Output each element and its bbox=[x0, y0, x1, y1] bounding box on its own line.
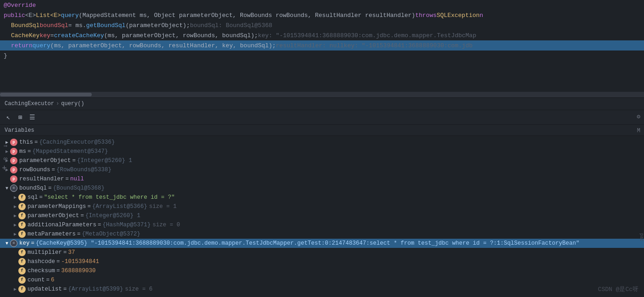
hint-boundsql: boundSql: BoundSql@5368 bbox=[190, 22, 272, 29]
icon-multiplier: f bbox=[18, 249, 26, 256]
exception: SQLException bbox=[437, 12, 480, 19]
var-paramMappings[interactable]: ▶ f parameterMappings = {ArrayList@5366}… bbox=[0, 202, 644, 211]
method-name: query bbox=[61, 12, 79, 19]
val-paramObj: {Integer@5260} 1 bbox=[77, 157, 132, 164]
args2: (ms, parameterObject, rowBounds, boundSq… bbox=[104, 32, 258, 39]
icon-updateList: f bbox=[18, 286, 26, 293]
breadcrumb-class: CachingExecutor bbox=[5, 101, 54, 107]
icon-paramObj: p bbox=[10, 157, 17, 164]
var-metaParams[interactable]: ▶ f metaParameters = {MetaObject@5372} bbox=[0, 230, 644, 239]
name-this: this bbox=[19, 139, 33, 146]
name-key: key bbox=[19, 240, 30, 247]
type-boundsql: BoundSql bbox=[11, 22, 39, 29]
icon-paramMappings: f bbox=[18, 203, 26, 210]
kw-public: public bbox=[4, 12, 25, 19]
name-count: count bbox=[28, 277, 45, 283]
add-variable-button[interactable]: + bbox=[2, 164, 7, 173]
eq2: = bbox=[50, 32, 54, 39]
var-multiplier[interactable]: ▶ f multiplier = 37 bbox=[0, 248, 644, 257]
var-hashcode[interactable]: ▶ f hashcode = -1015394841 bbox=[0, 257, 644, 266]
right-panel-label: M bbox=[637, 128, 640, 134]
var-boundsql: boundSql bbox=[39, 22, 68, 29]
var-additionalParams[interactable]: ▶ f additionalParameters = {HashMap@5371… bbox=[0, 220, 644, 230]
expand-addParams[interactable]: ▶ bbox=[12, 222, 18, 228]
hint-return1: resultHandler: null bbox=[276, 42, 344, 49]
icon-addParams: f bbox=[18, 221, 26, 229]
var-checksum[interactable]: ▶ f checksum = 3688889030 bbox=[0, 266, 644, 275]
name-metaParams: metaParameters bbox=[28, 231, 76, 237]
val-rowBounds: {RowBounds@5338} bbox=[56, 167, 111, 173]
icon-count: f bbox=[18, 276, 26, 284]
code-line-5: return query(ms, parameterObject, rowBou… bbox=[0, 40, 644, 50]
expand-key[interactable]: ▼ bbox=[4, 241, 10, 246]
expand-metaParams[interactable]: ▶ bbox=[12, 231, 18, 237]
type-cachekey: CacheKey bbox=[11, 32, 39, 39]
icon-key: ≡ bbox=[10, 240, 17, 247]
size-addParams: size = 0 bbox=[153, 222, 180, 228]
generic: <E> bbox=[25, 12, 36, 19]
expand-paramMappings[interactable]: ▶ bbox=[12, 204, 18, 209]
var-count[interactable]: ▶ f count = 6 bbox=[0, 275, 644, 285]
h-scrollbar-thumb[interactable] bbox=[0, 93, 92, 96]
var-resultHandler[interactable]: ▶ p resultHandler = null bbox=[0, 174, 644, 184]
var-parameterObject[interactable]: ▶ p parameterObject = {Integer@5260} 1 bbox=[0, 156, 644, 165]
icon-paramObj-child: f bbox=[18, 212, 26, 219]
size-updateList: size = 6 bbox=[125, 286, 153, 292]
toolbar-table-icon[interactable]: ⊞ bbox=[16, 113, 25, 122]
icon-hashcode: f bbox=[18, 258, 26, 265]
var-rowBounds[interactable]: ▶ p rowBounds = {RowBounds@5338} bbox=[0, 165, 644, 174]
icon-metaParams: f bbox=[18, 230, 26, 238]
name-paramObj: parameterObject bbox=[19, 157, 71, 164]
h-scrollbar[interactable] bbox=[0, 92, 644, 97]
hint-key: key: "-1015394841:3688889030:com.jdbc.de… bbox=[258, 32, 476, 39]
settings-icon[interactable]: ⚙ bbox=[637, 113, 640, 120]
expand-updateList[interactable]: ▶ bbox=[12, 286, 18, 292]
method-createcachekey: createCacheKey bbox=[54, 32, 104, 39]
val-count: 6 bbox=[51, 277, 55, 283]
debug-continue-icon[interactable]: ∞ bbox=[2, 155, 9, 163]
val-paramMappings: {ArrayList@5366} bbox=[92, 203, 147, 210]
val-ms: {MappedStatement@5347} bbox=[33, 148, 108, 155]
name-ms: ms bbox=[19, 148, 26, 155]
var-key[interactable]: ▼ ≡ key = {CacheKey@5395} "-1015394841:3… bbox=[0, 239, 644, 248]
code-line-2: public <E> List<E> query(MappedStatement… bbox=[0, 10, 644, 20]
code-line-3: BoundSql boundSql = ms.getBoundSql(param… bbox=[0, 20, 644, 30]
var-updateList[interactable]: ▶ f updateList = {ArrayList@5399} size =… bbox=[0, 285, 644, 294]
expand-paramObj-child[interactable]: ▶ bbox=[12, 213, 18, 219]
val-updateList: {ArrayList@5399} bbox=[68, 286, 123, 292]
var-paramObj-child[interactable]: ▶ f parameterObject = {Integer@5260} 1 bbox=[0, 211, 644, 220]
var-ms[interactable]: ▶ p ms = {MappedStatement@5347} bbox=[0, 147, 644, 156]
name-sql: sql bbox=[28, 194, 38, 201]
debug-step-icon[interactable]: ⇒ bbox=[2, 142, 9, 150]
params: (MappedStatement ms, Object parameterObj… bbox=[79, 12, 415, 19]
var-sql[interactable]: ▶ f sql = "select * from test_jdbc where… bbox=[0, 193, 644, 202]
name-resultHandler: resultHandler bbox=[19, 176, 64, 182]
var-boundSql[interactable]: ▼ ≡ boundSql = {BoundSql@5368} bbox=[0, 184, 644, 193]
val-paramObj-child: {Integer@5260} 1 bbox=[85, 213, 140, 219]
variables-panel-header: Variables bbox=[0, 125, 644, 136]
breadcrumb-bar: CachingExecutor › query() bbox=[0, 97, 644, 110]
expand-boundSql[interactable]: ▼ bbox=[4, 186, 10, 191]
kw-throws: throws bbox=[415, 12, 437, 19]
args: (parameterObject); bbox=[126, 22, 190, 29]
method-query: query bbox=[33, 42, 50, 49]
var-this[interactable]: ▶ p this = {CachingExecutor@5336} bbox=[0, 138, 644, 147]
kw-return: return bbox=[11, 42, 33, 49]
code-area: @Override public <E> List<E> query(Mappe… bbox=[0, 0, 644, 92]
toolbar-list-icon[interactable]: ☰ bbox=[28, 113, 37, 122]
val-addParams: {HashMap@5371} bbox=[103, 222, 151, 228]
name-addParams: additionalParameters bbox=[28, 222, 96, 228]
val-this: {CachingExecutor@5336} bbox=[39, 139, 115, 146]
debug-toolbar: ↖ ⊞ ☰ ⚙ bbox=[0, 110, 644, 125]
val-hashcode: -1015394841 bbox=[61, 258, 100, 265]
watermark: CSDN @是Cc呀 bbox=[598, 285, 638, 293]
annotation: @Override bbox=[4, 2, 36, 9]
expand-sql[interactable]: ▶ bbox=[12, 195, 18, 200]
toolbar-restore-icon[interactable]: ↖ bbox=[4, 113, 13, 122]
pac-hint: pac bbox=[639, 233, 644, 241]
name-paramMappings: parameterMappings bbox=[28, 203, 86, 210]
var-key: key bbox=[39, 32, 50, 39]
val-sql: "select * from test_jdbc where id = ?" bbox=[44, 194, 175, 201]
size-paramMappings: size = 1 bbox=[149, 203, 177, 210]
breadcrumb-sep: › bbox=[56, 101, 59, 107]
